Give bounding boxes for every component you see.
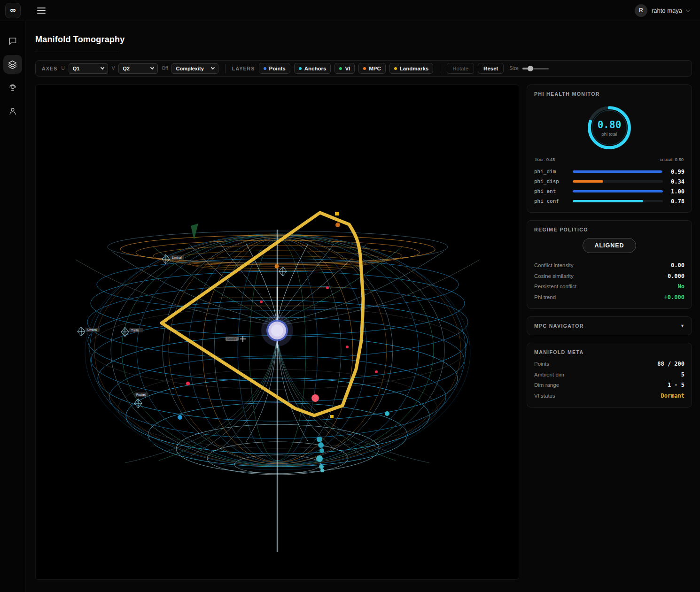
chat-icon bbox=[8, 36, 17, 46]
size-label: Size bbox=[509, 66, 518, 71]
phi-metric-row: phi_ent 1.00 bbox=[534, 186, 684, 196]
viz-toolbar: AXES U Q1 V Q2 Off Complexity LAYERS Poi… bbox=[35, 60, 692, 77]
center-sphere bbox=[261, 315, 293, 346]
user-icon bbox=[8, 107, 17, 116]
svg-text:Umbral: Umbral bbox=[87, 328, 98, 331]
regime-row: Cosine similarity 0.000 bbox=[534, 271, 684, 282]
regime-panel-title: REGIME POLITICO bbox=[534, 227, 684, 232]
app-logo[interactable]: ∞ bbox=[5, 3, 21, 18]
regime-status-badge: ALIGNED bbox=[583, 238, 636, 253]
regime-row: Persistent conflict No bbox=[534, 281, 684, 292]
layer-toggle-mpc[interactable]: MPC bbox=[358, 63, 386, 74]
sidebar-item-layers[interactable] bbox=[3, 55, 22, 74]
chevron-down-icon bbox=[100, 66, 104, 69]
landmark-center bbox=[279, 267, 287, 276]
phi-total-value: 0.80 bbox=[598, 119, 622, 131]
meta-row: VI status Dormant bbox=[534, 391, 684, 401]
chevron-down-icon bbox=[686, 8, 691, 12]
chevron-down-icon bbox=[211, 66, 215, 69]
manifold-canvas[interactable]: Liminal Umbral Trellis bbox=[35, 85, 519, 580]
mpc-navigator-header[interactable]: MPC NAVIGATOR ▼ bbox=[534, 323, 684, 329]
toolbar-divider bbox=[225, 64, 226, 73]
points-dot-icon bbox=[264, 67, 266, 70]
u-axis-label: U bbox=[61, 66, 64, 71]
avatar: R bbox=[635, 4, 647, 17]
layer-toggle-points[interactable]: Points bbox=[259, 63, 290, 74]
phi-metric-row: phi_dim 0.99 bbox=[534, 167, 684, 177]
off-axis-label: Off bbox=[162, 66, 168, 71]
title-divider bbox=[35, 52, 120, 52]
off-axis-select[interactable]: Complexity bbox=[171, 63, 218, 74]
landmark-pocket: Pocket bbox=[134, 392, 148, 408]
anchors-dot-icon bbox=[299, 67, 302, 70]
mpc-dot-icon bbox=[363, 67, 366, 70]
mpc-path bbox=[162, 213, 363, 415]
top-bar: ∞ R rahto maya bbox=[0, 0, 700, 21]
phi-metric-row: phi_disp 0.34 bbox=[534, 177, 684, 186]
right-column: PHI HEALTH MONITOR 0.80 phi total bbox=[527, 85, 692, 580]
phi-metric-row: phi_conf 0.78 bbox=[534, 196, 684, 206]
main-content: Manifold Tomography AXES U Q1 V Q2 Off C… bbox=[25, 21, 700, 592]
size-slider[interactable] bbox=[522, 66, 549, 71]
reset-button[interactable]: Reset bbox=[478, 63, 504, 74]
v-axis-label: V bbox=[112, 66, 115, 71]
axes-label: AXES bbox=[42, 66, 57, 71]
layers-label: LAYERS bbox=[232, 66, 255, 71]
meta-panel-title: MANIFOLD META bbox=[534, 349, 684, 355]
vi-dot-icon bbox=[339, 67, 342, 70]
chevron-down-icon bbox=[150, 66, 154, 69]
sidebar-item-chat[interactable] bbox=[3, 31, 22, 50]
user-menu[interactable]: R rahto maya bbox=[635, 4, 690, 17]
hamburger-menu-icon[interactable] bbox=[37, 8, 46, 14]
phi-floor-label: floor: 0.45 bbox=[535, 157, 555, 162]
toolbar-divider bbox=[440, 64, 440, 73]
landmark-saddle: Saddle bbox=[226, 336, 246, 342]
phi-health-panel: PHI HEALTH MONITOR 0.80 phi total bbox=[527, 85, 692, 213]
rotate-button[interactable]: Rotate bbox=[447, 63, 474, 74]
meta-row: Ambient dim 5 bbox=[534, 369, 684, 380]
phi-panel-title: PHI HEALTH MONITOR bbox=[534, 91, 684, 97]
regime-row: Phi trend +0.000 bbox=[534, 292, 684, 303]
sidebar-item-user[interactable] bbox=[3, 102, 22, 121]
layer-toggle-landmarks[interactable]: Landmarks bbox=[389, 63, 433, 74]
left-sidebar bbox=[0, 21, 25, 592]
layers-icon bbox=[8, 60, 17, 69]
phi-critical-label: critical: 0.50 bbox=[660, 157, 684, 162]
meta-row: Points 88 / 200 bbox=[534, 359, 684, 369]
headset-user-icon bbox=[8, 83, 17, 92]
mpc-navigator-panel: MPC NAVIGATOR ▼ bbox=[527, 316, 692, 335]
regime-politico-panel: REGIME POLITICO ALIGNED Conflict intensi… bbox=[527, 220, 692, 309]
layer-toggle-anchors[interactable]: Anchors bbox=[294, 63, 331, 74]
page-title: Manifold Tomography bbox=[35, 35, 692, 45]
size-slider-thumb[interactable] bbox=[528, 66, 533, 71]
manifold-meta-panel: MANIFOLD META Points 88 / 200 Ambient di… bbox=[527, 343, 692, 407]
phi-total-label: phi total bbox=[601, 131, 617, 137]
torus-wireframe: Liminal Umbral Trellis bbox=[36, 85, 519, 580]
svg-text:Trellis: Trellis bbox=[131, 329, 140, 332]
phi-gauge: 0.80 phi total bbox=[585, 103, 634, 152]
svg-text:Liminal: Liminal bbox=[172, 256, 182, 259]
v-axis-select[interactable]: Q2 bbox=[118, 63, 158, 74]
svg-text:Saddle: Saddle bbox=[227, 337, 237, 340]
svg-text:Pocket: Pocket bbox=[136, 393, 146, 396]
regime-row: Conflict intensity 0.00 bbox=[534, 260, 684, 271]
collapse-triangle-icon: ▼ bbox=[680, 323, 684, 328]
u-axis-select[interactable]: Q1 bbox=[69, 63, 108, 74]
user-name: rahto maya bbox=[652, 7, 682, 14]
meta-row: Dim range 1 - 5 bbox=[534, 380, 684, 391]
infinity-icon: ∞ bbox=[10, 6, 16, 15]
layer-toggle-vi[interactable]: VI bbox=[334, 63, 355, 74]
sidebar-item-support[interactable] bbox=[3, 78, 22, 97]
landmarks-dot-icon bbox=[394, 67, 397, 70]
